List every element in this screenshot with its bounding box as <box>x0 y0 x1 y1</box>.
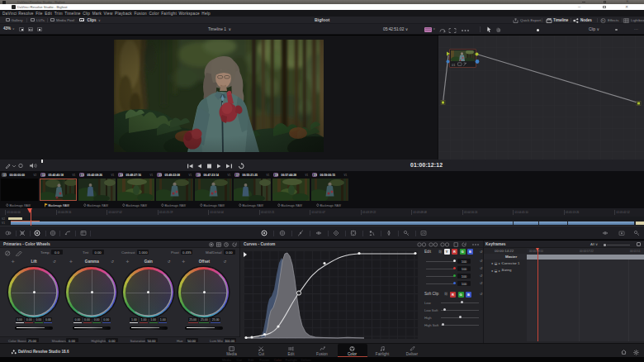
svg-text:fx: fx <box>602 19 604 22</box>
